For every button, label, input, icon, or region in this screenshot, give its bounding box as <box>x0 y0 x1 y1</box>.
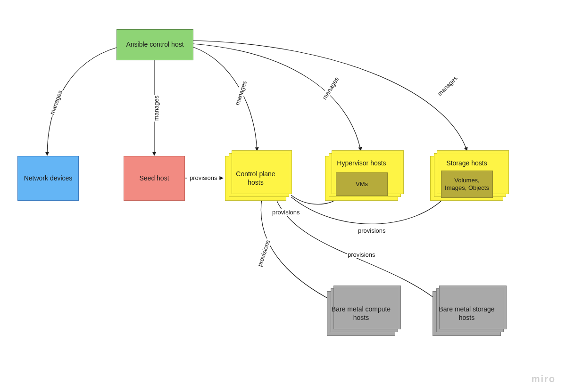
node-label: Bare metal storage hosts <box>437 305 497 322</box>
node-seed-host: Seed host <box>124 156 185 201</box>
edge-label-control-prov-bm-storage: provisions <box>347 251 376 258</box>
node-label: Bare metal compute hosts <box>331 305 391 322</box>
edge-label-control-prov-volumes: provisions <box>357 227 387 234</box>
node-ansible-control-host: Ansible control host <box>117 29 193 60</box>
edge-label-manages-seed: manages <box>153 95 160 122</box>
edge-label-manages-hypervisor: manages <box>320 75 341 102</box>
node-title: Hypervisor hosts <box>325 159 398 168</box>
node-inner-label: Volumes, Images, Objects <box>444 177 490 192</box>
node-label: Ansible control host <box>126 41 183 49</box>
node-label: Control plane hosts <box>229 170 282 187</box>
node-network-devices: Network devices <box>17 156 79 201</box>
node-label: Network devices <box>24 174 73 183</box>
node-inner-label: VMs <box>356 180 368 188</box>
node-bm-storage-hosts: Bare metal storage hosts <box>433 291 501 336</box>
node-title: Storage hosts <box>431 159 503 168</box>
edge-label-control-prov-vms: provisions <box>271 209 301 216</box>
node-label: Seed host <box>139 174 169 183</box>
node-hypervisor-vms: VMs <box>336 172 388 196</box>
node-storage-volumes: Volumes, Images, Objects <box>441 171 493 198</box>
edge-label-control-prov-bm-compute: provisions <box>256 238 272 268</box>
node-control-plane-hosts: Control plane hosts <box>225 156 286 201</box>
edge-label-manages-storage: manages <box>435 74 459 98</box>
node-storage-hosts: Storage hosts Volumes, Images, Objects <box>430 156 503 201</box>
diagram-canvas: manages manages manages manages manages … <box>0 0 566 392</box>
node-hypervisor-hosts: Hypervisor hosts VMs <box>325 156 398 201</box>
edge-label-manages-network: manages <box>48 89 64 116</box>
edge-label-manages-control: manages <box>233 79 249 107</box>
edge-label-seed-provisions: provisions <box>189 174 218 181</box>
node-bm-compute-hosts: Bare metal compute hosts <box>327 291 395 336</box>
miro-logo: miro <box>532 374 556 384</box>
